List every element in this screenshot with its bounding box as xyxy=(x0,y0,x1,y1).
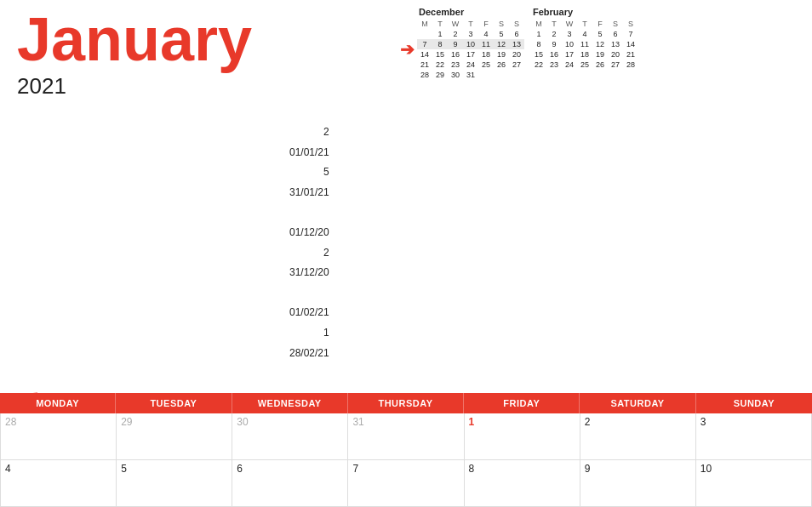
table-row: 7 xyxy=(348,460,464,507)
table-cell: 22 xyxy=(432,60,448,70)
data-value-7: 2 xyxy=(289,244,329,263)
table-cell xyxy=(478,70,494,80)
table-cell: 16 xyxy=(546,49,562,60)
calendar-grid: 28 29 30 31 1 2 3 4 5 6 7 8 9 10 xyxy=(0,413,812,507)
data-value-2: 01/01/21 xyxy=(289,144,329,162)
table-cell: 3 xyxy=(562,29,577,39)
header-wednesday: WEDNESDAY xyxy=(232,393,348,413)
table-row: 1 xyxy=(465,413,580,460)
data-values-column: 2 01/01/21 5 31/01/21 01/12/20 2 31/12/2… xyxy=(289,123,329,364)
data-value-12: 28/02/21 xyxy=(289,345,329,363)
table-row: 3 xyxy=(696,413,812,460)
dec-col-t1: T xyxy=(432,19,448,29)
table-cell: 10 xyxy=(463,39,478,49)
table-cell: 1 xyxy=(531,29,546,39)
table-cell: 4 xyxy=(478,29,494,39)
table-cell: 5 xyxy=(592,29,608,39)
table-cell: 28 xyxy=(417,70,432,80)
table-row: 29 xyxy=(117,413,232,460)
table-cell: 23 xyxy=(448,60,463,70)
table-cell: 11 xyxy=(478,39,494,49)
table-cell: 17 xyxy=(463,49,478,60)
mini-cal-december-title: December xyxy=(417,7,524,17)
table-cell: 27 xyxy=(608,60,623,70)
table-cell: 11 xyxy=(577,39,592,49)
table-cell xyxy=(509,70,524,80)
dec-col-t2: T xyxy=(463,19,478,29)
table-row: 31 xyxy=(348,413,464,460)
table-cell: 21 xyxy=(417,60,432,70)
mini-cal-february-title: February xyxy=(531,7,638,17)
dec-col-f: F xyxy=(478,19,494,29)
header-monday: MONDAY xyxy=(0,393,116,413)
table-cell: 2 xyxy=(448,29,463,39)
data-value-10: 01/02/21 xyxy=(289,304,329,322)
table-cell: 23 xyxy=(546,60,562,70)
table-cell: 21 xyxy=(623,49,638,60)
feb-col-w: W xyxy=(562,19,577,29)
table-row: 6 xyxy=(232,460,348,507)
table-cell: 19 xyxy=(592,49,608,60)
feb-col-s2: S xyxy=(623,19,638,29)
table-cell: 6 xyxy=(608,29,623,39)
table-cell: 25 xyxy=(478,60,494,70)
table-row: 10 xyxy=(696,460,812,507)
table-cell: 2 xyxy=(546,29,562,39)
table-cell: 22 xyxy=(531,60,546,70)
header-tuesday: TUESDAY xyxy=(116,393,232,413)
month-year-header: January 2021 xyxy=(17,9,252,100)
table-cell: 26 xyxy=(592,60,608,70)
mini-cal-february-table: M T W T F S S 1 2 3 4 5 6 7 xyxy=(531,19,638,70)
bottom-calendar: MONDAY TUESDAY WEDNESDAY THURSDAY FRIDAY… xyxy=(0,393,812,507)
dec-col-s1: S xyxy=(494,19,509,29)
table-cell: 10 xyxy=(562,39,577,49)
table-cell: 19 xyxy=(494,49,509,60)
feb-col-f: F xyxy=(592,19,608,29)
table-cell: 18 xyxy=(577,49,592,60)
table-cell: 9 xyxy=(448,39,463,49)
table-cell: 20 xyxy=(608,49,623,60)
dec-col-m: M xyxy=(417,19,432,29)
table-cell: 28 xyxy=(623,60,638,70)
table-cell: 6 xyxy=(509,29,524,39)
table-cell: 15 xyxy=(432,49,448,60)
feb-col-t1: T xyxy=(546,19,562,29)
data-value-4: 31/01/21 xyxy=(289,184,329,202)
mini-cal-december-table: M T W T F S S 1 2 3 4 5 6 xyxy=(417,19,524,80)
table-cell: 26 xyxy=(494,60,509,70)
table-cell: 12 xyxy=(592,39,608,49)
header-thursday: THURSDAY xyxy=(348,393,464,413)
table-cell xyxy=(417,29,432,39)
table-cell: 12 xyxy=(494,39,509,49)
table-cell: 24 xyxy=(562,60,577,70)
data-value-3: 5 xyxy=(289,163,329,182)
table-cell: 30 xyxy=(448,70,463,80)
data-value-1: 2 xyxy=(289,123,329,142)
mini-cal-december: December M T W T F S S 1 2 3 xyxy=(417,7,524,80)
mini-calendars-container: December M T W T F S S 1 2 3 xyxy=(417,7,638,80)
table-cell: 5 xyxy=(494,29,509,39)
table-cell: 1 xyxy=(432,29,448,39)
table-cell: 14 xyxy=(623,39,638,49)
table-row: 5 xyxy=(117,460,232,507)
table-cell: 31 xyxy=(463,70,478,80)
table-cell: 15 xyxy=(531,49,546,60)
table-cell: 8 xyxy=(531,39,546,49)
header-sunday: SUNDAY xyxy=(696,393,812,413)
header-saturday: SATURDAY xyxy=(580,393,695,413)
dec-col-w: W xyxy=(448,19,463,29)
feb-col-m: M xyxy=(531,19,546,29)
table-cell: 13 xyxy=(608,39,623,49)
table-cell: 27 xyxy=(509,60,524,70)
dec-col-s2: S xyxy=(509,19,524,29)
header-friday: FRIDAY xyxy=(464,393,580,413)
mini-cal-february: February M T W T F S S 1 2 3 4 xyxy=(531,7,638,80)
data-value-9 xyxy=(289,284,329,303)
data-value-5 xyxy=(289,203,329,222)
table-cell xyxy=(494,70,509,80)
table-cell: 8 xyxy=(432,39,448,49)
december-arrow-icon: ➔ xyxy=(400,39,415,60)
table-cell: 20 xyxy=(509,49,524,60)
year-label: 2021 xyxy=(17,73,252,100)
feb-col-s1: S xyxy=(608,19,623,29)
